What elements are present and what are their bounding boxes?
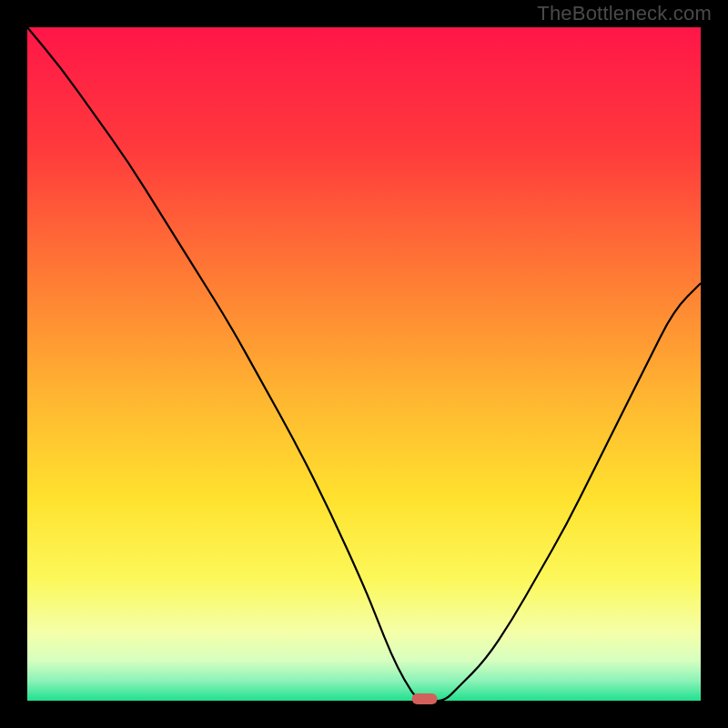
bottleneck-chart (0, 0, 728, 728)
chart-frame: TheBottleneck.com (0, 0, 728, 728)
plot-background (27, 27, 701, 701)
optimal-marker (412, 693, 438, 704)
watermark-text: TheBottleneck.com (537, 2, 712, 25)
